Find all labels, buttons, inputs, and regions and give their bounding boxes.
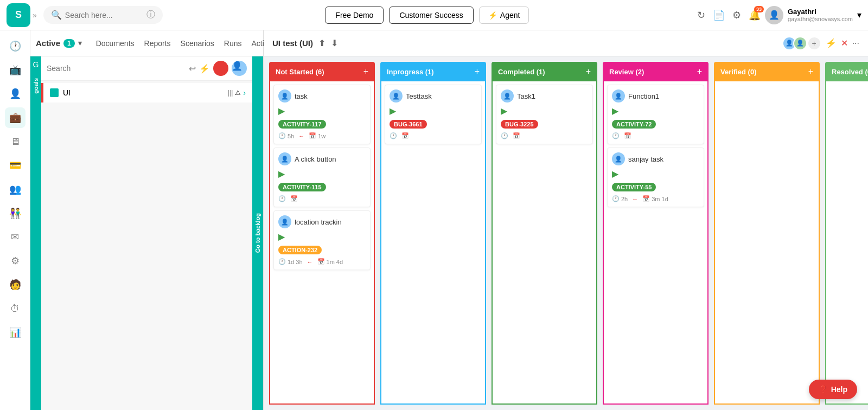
column-header-verified: Verified (0)+ bbox=[714, 62, 820, 81]
sidebar-icon-group[interactable]: 👥 bbox=[5, 179, 25, 200]
sidebar-icon-tv[interactable]: 📺 bbox=[5, 60, 25, 80]
help-label: Help bbox=[831, 385, 847, 394]
calendar-icon: 📅 bbox=[624, 132, 631, 139]
task-card-review-1[interactable]: 👤 sanjay task ▶ ACTIVITY-55 🕐2h ← 📅3m 1d bbox=[607, 148, 704, 207]
task-tag-not-started-0: ACTIVITY-117 bbox=[278, 120, 326, 129]
add-task-button-verified[interactable]: + bbox=[808, 67, 813, 76]
clock-icon: 🕐 bbox=[278, 132, 286, 139]
project-title: UI test (UI) bbox=[272, 39, 313, 48]
active-dropdown-icon[interactable]: ▾ bbox=[78, 39, 82, 47]
task-tag-not-started-2: ACTION-232 bbox=[278, 246, 322, 254]
play-button-review-0[interactable]: ▶ bbox=[612, 106, 699, 116]
play-button-review-1[interactable]: ▶ bbox=[612, 169, 699, 179]
play-button-not-started-1[interactable]: ▶ bbox=[278, 169, 366, 179]
sidebar-icon-report[interactable]: 📊 bbox=[5, 322, 25, 343]
document-icon[interactable]: 📄 bbox=[713, 9, 725, 21]
calendar-icon: 📅 bbox=[513, 132, 520, 139]
sidebar-icon-user2[interactable]: 🧑 bbox=[5, 274, 25, 295]
column-header-review: Review (2)+ bbox=[603, 62, 709, 81]
content-header: UI test (UI) ⬆ ⬇ 👤 👤 + ⚡ ✕ ··· bbox=[264, 30, 868, 56]
more-options-icon[interactable]: ··· bbox=[852, 39, 859, 48]
add-task-button-not-started[interactable]: + bbox=[363, 67, 368, 76]
refresh-icon[interactable]: ↻ bbox=[697, 9, 705, 21]
agent-button[interactable]: ⚡ Agent bbox=[479, 7, 529, 24]
add-task-button-inprogress[interactable]: + bbox=[475, 67, 480, 76]
sidebar-icon-clock[interactable]: 🕐 bbox=[5, 36, 25, 56]
column-label-review: Review (2) bbox=[609, 68, 644, 76]
settings-icon[interactable]: ⚙ bbox=[732, 9, 741, 21]
sidebar-icon-settings[interactable]: ⚙ bbox=[5, 251, 25, 271]
sidebar-icon-card[interactable]: 💳 bbox=[5, 155, 25, 176]
user-dropdown-icon[interactable]: ▾ bbox=[857, 10, 861, 20]
kanban-board: Not Started (6)+ 👤 task ▶ ACTIVITY-117 🕐… bbox=[264, 56, 868, 410]
sidebar-icon-briefcase[interactable]: 💼 bbox=[5, 107, 25, 128]
customer-success-button[interactable]: Customer Success bbox=[389, 7, 473, 24]
add-avatar-button[interactable]: + bbox=[807, 36, 821, 50]
add-task-button-completed[interactable]: + bbox=[586, 67, 591, 76]
task-avatar: 👤 bbox=[278, 89, 291, 102]
task-meta: 🕐1d 3h ← 📅1m 4d bbox=[278, 258, 366, 265]
help-icon: ❓ bbox=[819, 385, 828, 394]
goals-strip[interactable]: G goals bbox=[30, 56, 41, 410]
play-button-not-started-2[interactable]: ▶ bbox=[278, 232, 366, 242]
task-card-not-started-1[interactable]: 👤 A click button ▶ ACTIVITY-115 🕐 📅 bbox=[273, 148, 371, 207]
tab-documents[interactable]: Documents bbox=[96, 39, 135, 48]
user-email: gayathri@snovasys.com bbox=[788, 16, 853, 22]
sidebar-icon-timer[interactable]: ⏱ bbox=[5, 298, 25, 319]
global-search-input[interactable] bbox=[65, 11, 139, 20]
play-button-inprogress-0[interactable]: ▶ bbox=[390, 106, 477, 116]
sidebar-icon-monitor[interactable]: 🖥 bbox=[5, 131, 25, 152]
sidebar-icon-mail[interactable]: ✉ bbox=[5, 227, 25, 247]
help-button[interactable]: ❓ Help bbox=[809, 380, 857, 399]
kanban-column-completed: Completed (1)+ 👤 Task1 ▶ BUG-3225 🕐 📅 bbox=[492, 62, 597, 405]
column-body-resolved bbox=[825, 81, 868, 405]
secondary-inner: G goals ↩ ⚡ 👤 bbox=[30, 56, 263, 410]
project-item-ui[interactable]: UI ||| ⚠ › bbox=[41, 83, 252, 102]
task-tag-review-1: ACTIVITY-55 bbox=[612, 183, 656, 191]
board-filter-icon[interactable]: ⚡ bbox=[826, 38, 837, 48]
task-card-not-started-0[interactable]: 👤 task ▶ ACTIVITY-117 🕐5h ← 📅1w bbox=[273, 85, 371, 144]
task-avatar: 👤 bbox=[612, 152, 625, 165]
tab-scenarios[interactable]: Scenarios bbox=[181, 39, 214, 48]
nav-expand-icon[interactable]: » bbox=[33, 11, 37, 20]
backlog-strip[interactable]: Go to backlog bbox=[252, 56, 263, 410]
chevron-right-icon[interactable]: › bbox=[243, 88, 246, 97]
task-title: A click button bbox=[295, 155, 336, 163]
column-header-inprogress: Inprogress (1)+ bbox=[380, 62, 486, 81]
free-demo-button[interactable]: Free Demo bbox=[325, 7, 384, 24]
task-card-not-started-2[interactable]: 👤 location trackin ▶ ACTION-232 🕐1d 3h ←… bbox=[273, 210, 371, 270]
task-card-inprogress-0[interactable]: 👤 Testtask ▶ BUG-3661 🕐 📅 bbox=[385, 85, 482, 144]
logo[interactable]: S bbox=[7, 3, 30, 27]
info-icon[interactable]: ⓘ bbox=[146, 9, 155, 21]
play-button-not-started-0[interactable]: ▶ bbox=[278, 106, 366, 116]
goals-label[interactable]: goals bbox=[31, 74, 41, 98]
sidebar-icon-team[interactable]: 👫 bbox=[5, 203, 25, 223]
download-icon[interactable]: ⬇ bbox=[331, 38, 338, 48]
task-card-review-0[interactable]: 👤 Function1 ▶ ACTIVITY-72 🕐 📅 bbox=[607, 85, 704, 144]
sidebar-icon-person[interactable]: 👤 bbox=[5, 84, 25, 104]
task-card-completed-0[interactable]: 👤 Task1 ▶ BUG-3225 🕐 📅 bbox=[496, 85, 593, 144]
upload-icon[interactable]: ⬆ bbox=[318, 38, 326, 48]
avatar-2: 👤 bbox=[793, 36, 807, 50]
play-button-completed-0[interactable]: ▶ bbox=[501, 106, 588, 116]
column-body-completed: 👤 Task1 ▶ BUG-3225 🕐 📅 bbox=[492, 81, 597, 405]
calendar-icon: 📅 bbox=[642, 195, 650, 202]
search-icon: 🔍 bbox=[51, 10, 62, 20]
close-filter-icon[interactable]: ✕ bbox=[841, 38, 848, 48]
notification-icon[interactable]: 🔔 33 bbox=[749, 9, 761, 21]
warning-icon: ⚠ bbox=[235, 89, 241, 97]
user-area[interactable]: 👤 Gayathri gayathri@snovasys.com ▾ bbox=[765, 6, 861, 24]
search-area: 🔍 ⓘ bbox=[43, 6, 163, 24]
tab-reports[interactable]: Reports bbox=[144, 39, 171, 48]
filter-icon[interactable]: ⚡ bbox=[199, 63, 210, 74]
undo-icon[interactable]: ↩ bbox=[189, 63, 196, 74]
tab-runs[interactable]: Runs bbox=[224, 39, 242, 48]
clock-icon: 🕐 bbox=[612, 132, 620, 139]
project-search-input[interactable] bbox=[47, 64, 186, 73]
backlog-label[interactable]: Go to backlog bbox=[253, 209, 263, 257]
meta-time1: 🕐1d 3h bbox=[278, 258, 303, 265]
priority-bars-icon: ||| bbox=[228, 89, 233, 97]
add-task-button-review[interactable]: + bbox=[697, 67, 702, 76]
task-avatar: 👤 bbox=[278, 215, 291, 228]
active-count: 1 bbox=[63, 39, 75, 48]
